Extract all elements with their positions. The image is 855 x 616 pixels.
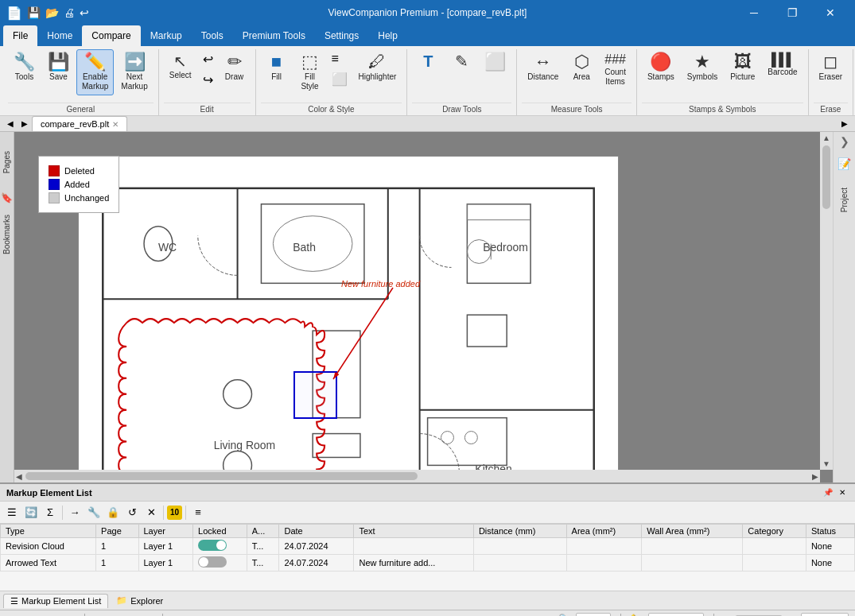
tab-compare[interactable]: Compare: [82, 25, 140, 46]
fill-button[interactable]: ■ Fill: [261, 49, 293, 86]
markup-tool-delete[interactable]: ✕: [142, 504, 160, 521]
distance-button[interactable]: ↔ Distance: [522, 49, 564, 86]
fill-style-button[interactable]: ⬚ FillStyle: [294, 49, 326, 95]
markup-tool-wrench[interactable]: 🔧: [85, 504, 103, 521]
symbols-label: Symbols: [687, 72, 717, 82]
cell-locked: [193, 555, 247, 571]
barcode-button[interactable]: ▌▌▌ Barcode: [762, 49, 803, 81]
col-category[interactable]: Category: [743, 525, 806, 538]
markup-tool-sigma[interactable]: Σ: [41, 504, 59, 521]
maximize-button[interactable]: ❐: [774, 0, 810, 25]
line-style-2-button[interactable]: ⬜: [328, 69, 352, 89]
quick-access-open[interactable]: 📂: [45, 6, 59, 19]
tab-premium-tools[interactable]: Premium Tools: [233, 25, 315, 46]
col-locked[interactable]: Locked: [193, 525, 247, 538]
cell-wall-area: [642, 538, 743, 555]
enable-markup-button[interactable]: ✏️ EnableMarkup: [76, 49, 114, 95]
scroll-up-arrow[interactable]: ▲: [821, 132, 832, 144]
status-sep3: [620, 614, 621, 617]
eraser-button[interactable]: ◻ Eraser: [814, 49, 848, 86]
scroll-left-arrow[interactable]: ◀: [14, 471, 24, 482]
table-row[interactable]: Revision Cloud 1 Layer 1 T... 24.07.2024…: [1, 538, 855, 555]
bottom-tab-explorer[interactable]: 📁 Explorer: [110, 594, 169, 607]
picture-button[interactable]: 🖼 Picture: [725, 49, 760, 86]
scroll-thumb-vertical[interactable]: [822, 145, 830, 209]
col-distance[interactable]: Distance (mm): [473, 525, 566, 538]
doc-nav-left[interactable]: ◀: [3, 117, 17, 131]
save-button[interactable]: 💾 Save: [42, 49, 75, 86]
bottom-tab-markup-list[interactable]: ☰ Markup Element List: [3, 594, 108, 608]
quick-access-print[interactable]: 🖨: [64, 6, 75, 19]
right-tab-expand[interactable]: ❯: [840, 135, 849, 148]
col-area[interactable]: Area (mm²): [566, 525, 642, 538]
save-icon: 💾: [48, 53, 69, 71]
tab-home[interactable]: Home: [37, 25, 82, 46]
panel-pin-button[interactable]: 📌: [822, 486, 834, 499]
col-page[interactable]: Page: [96, 525, 138, 538]
col-layer[interactable]: Layer: [138, 525, 193, 538]
panel-close-button[interactable]: ✕: [836, 486, 849, 499]
canvas-scroll-vertical[interactable]: ▲ ▼: [820, 132, 833, 470]
select-button[interactable]: ↖ Select: [164, 49, 197, 84]
draw-button[interactable]: ✏ Draw: [219, 49, 251, 86]
doc-nav-right[interactable]: ▶: [17, 117, 32, 131]
distance-icon: ↔: [534, 53, 552, 71]
tab-settings[interactable]: Settings: [315, 25, 368, 46]
stamps-button[interactable]: 🔴 Stamps: [642, 49, 680, 86]
scroll-down-arrow[interactable]: ▼: [821, 458, 832, 470]
area-button[interactable]: ⬡ Area: [565, 49, 597, 86]
unit-dropdown[interactable]: Millimeter ▼: [648, 613, 704, 617]
quick-access-save[interactable]: 💾: [27, 6, 41, 19]
line-style-1-button[interactable]: ≡: [328, 49, 352, 68]
col-arrow[interactable]: A...: [247, 525, 279, 538]
ribbon-group-erase-items: ◻ Eraser: [814, 49, 848, 101]
scroll-thumb-horizontal[interactable]: [25, 472, 418, 480]
scale-dropdown[interactable]: 1 : 1 ▼: [576, 613, 611, 617]
tab-tools[interactable]: Tools: [192, 25, 233, 46]
document-tab-close[interactable]: ✕: [112, 120, 119, 129]
blueprint[interactable]: WC Bath Bedroom Living Room Kitchen: [78, 156, 619, 482]
count-items-button[interactable]: ### CountItems: [599, 49, 632, 91]
col-type[interactable]: Type: [1, 525, 96, 538]
distance-label: Distance: [527, 72, 558, 82]
tab-help[interactable]: Help: [368, 25, 407, 46]
table-row[interactable]: Arrowed Text 1 Layer 1 T... 24.07.2024 N…: [1, 555, 855, 571]
next-markup-button[interactable]: ➡️ NextMarkup: [115, 49, 153, 95]
undo-button[interactable]: ↩: [199, 49, 217, 69]
document-tab[interactable]: compare_revB.plt ✕: [32, 116, 127, 131]
doc-new-tab[interactable]: ▶: [838, 117, 852, 131]
zoom-dropdown[interactable]: 39.26% ▼: [801, 613, 849, 617]
markup-tool-lock[interactable]: 🔒: [104, 504, 122, 521]
text-insert-button[interactable]: T: [412, 49, 444, 73]
close-button[interactable]: ✕: [812, 0, 849, 25]
tab-markup[interactable]: Markup: [141, 25, 192, 46]
col-text[interactable]: Text: [354, 525, 473, 538]
eraser-small-button[interactable]: ⬜: [479, 49, 511, 75]
scroll-right-arrow[interactable]: ▶: [810, 471, 820, 482]
tab-file[interactable]: File: [3, 25, 37, 46]
markup-tool-table-icon[interactable]: ☰: [3, 504, 21, 521]
pages-tab[interactable]: Pages: [2, 151, 11, 173]
col-status[interactable]: Status: [806, 525, 854, 538]
markup-tool-refresh[interactable]: 🔄: [22, 504, 40, 521]
highlighter-button[interactable]: 🖊 Highlighter: [353, 49, 402, 86]
markup-tool-align[interactable]: ≡: [189, 504, 207, 521]
locked-toggle[interactable]: [198, 540, 227, 551]
redo-button[interactable]: ↪: [199, 70, 217, 90]
markup-tool-rotate[interactable]: ↺: [123, 504, 141, 521]
canvas-scroll-horizontal[interactable]: ◀ ▶: [14, 470, 820, 482]
col-wall-area[interactable]: Wall Area (mm²): [642, 525, 743, 538]
col-date[interactable]: Date: [279, 525, 354, 538]
bookmarks-tab[interactable]: Bookmarks: [2, 215, 11, 254]
symbols-button[interactable]: ★ Symbols: [682, 49, 723, 86]
draw-pencil-button[interactable]: ✎: [445, 49, 477, 73]
save-label: Save: [49, 72, 68, 82]
markup-tool-arrow-right[interactable]: →: [66, 504, 84, 521]
locked-toggle[interactable]: [198, 556, 227, 568]
sidebar-marker[interactable]: 🔖: [1, 192, 13, 203]
right-tab-project[interactable]: Project: [840, 188, 849, 212]
quick-access-undo[interactable]: ↩: [80, 6, 89, 19]
right-tab-note[interactable]: 📝: [838, 157, 851, 170]
minimize-button[interactable]: ─: [736, 0, 772, 25]
tools-button[interactable]: 🔧 Tools: [8, 49, 41, 86]
